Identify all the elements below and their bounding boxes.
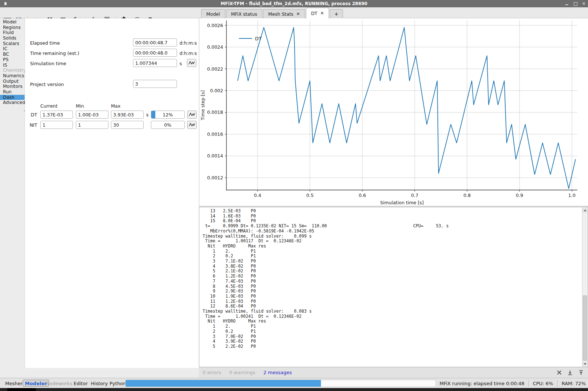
sidebar-item-scalars[interactable]: Scalars bbox=[0, 41, 25, 46]
time-remaining-label: Time remaining (est.) bbox=[30, 51, 79, 56]
dt-max-field[interactable]: 3.93E-03 bbox=[111, 111, 144, 119]
messages-count[interactable]: 2 messages bbox=[263, 370, 292, 375]
elapsed-time-label: Elapsed time bbox=[30, 40, 60, 46]
sidebar-item-is[interactable]: IS bbox=[0, 63, 25, 68]
svg-text:0.0012: 0.0012 bbox=[207, 175, 223, 180]
mode-nodeworks[interactable]: Nodeworks bbox=[46, 380, 72, 387]
sidebar-item-regions[interactable]: Regions bbox=[0, 25, 25, 30]
new-tab-button[interactable]: + bbox=[330, 9, 343, 18]
column-header-current: Current bbox=[40, 103, 58, 109]
column-header-min: Min bbox=[76, 103, 84, 109]
app-icon bbox=[4, 2, 7, 5]
sidebar-item-monitors[interactable]: Monitors bbox=[0, 84, 25, 89]
dt-row-label: DT bbox=[31, 112, 37, 118]
tab-model[interactable]: Model bbox=[201, 9, 225, 18]
dashboard-panel: Elapsed time 00:00:00:48.7 d:h:m:s Time … bbox=[25, 18, 199, 368]
bottom-strip-segment bbox=[7, 388, 36, 391]
cpu-usage: CPU: 6% bbox=[533, 381, 553, 386]
sidebar-item-fluid[interactable]: Fluid bbox=[0, 30, 25, 36]
sidebar-item-bc[interactable]: BC bbox=[0, 52, 25, 57]
mode-history[interactable]: History bbox=[91, 380, 108, 387]
sidebar-item-dash[interactable]: Dash bbox=[0, 95, 25, 100]
tab-label: Model bbox=[206, 11, 220, 17]
dt-percent-bar: 12% bbox=[151, 111, 185, 119]
svg-text:0.0022: 0.0022 bbox=[207, 66, 223, 72]
tab-dt[interactable]: DT✕ bbox=[306, 8, 329, 18]
svg-text:0.7: 0.7 bbox=[411, 193, 418, 198]
plot-nit-button[interactable] bbox=[187, 121, 197, 129]
svg-text:DT: DT bbox=[255, 36, 262, 41]
svg-text:0.0026: 0.0026 bbox=[207, 23, 223, 28]
close-button[interactable]: ✕ bbox=[582, 2, 586, 6]
plot-dt-button[interactable] bbox=[187, 111, 197, 119]
simulation-time-unit: s bbox=[180, 61, 182, 66]
clear-console-icon[interactable] bbox=[555, 370, 563, 375]
svg-text:0.0018: 0.0018 bbox=[207, 109, 223, 115]
dt-min-field[interactable]: 1.00E-03 bbox=[76, 111, 108, 119]
tab-close-icon[interactable]: ✕ bbox=[320, 11, 324, 16]
time-remaining-unit: d:h:m:s bbox=[180, 51, 197, 56]
run-progress-fill bbox=[126, 380, 321, 387]
nit-current-field[interactable]: 1 bbox=[40, 121, 73, 129]
elapsed-time-unit: d:h:m:s bbox=[180, 40, 197, 46]
scroll-down-icon[interactable] bbox=[583, 361, 587, 366]
project-version-label: Project version bbox=[30, 82, 64, 87]
mode-modeler[interactable]: Modeler bbox=[23, 380, 49, 387]
run-progress-bar bbox=[125, 380, 436, 387]
console-output: 13 2.5E-03 P0 14 1.6E-03 P0 15 8.0E-04 P… bbox=[203, 209, 449, 349]
svg-text:0.4: 0.4 bbox=[254, 193, 261, 198]
nit-max-field[interactable]: 30 bbox=[111, 121, 144, 129]
nit-row-label: NIT bbox=[30, 122, 37, 128]
sidebar-item-run[interactable]: Run bbox=[0, 89, 25, 95]
tab-label: MFiX status bbox=[231, 11, 257, 17]
scrollbar-thumb[interactable] bbox=[583, 295, 587, 361]
tab-close-icon[interactable]: ✕ bbox=[296, 11, 300, 16]
elapsed-time-field[interactable]: 00:00:00:48.7 bbox=[133, 38, 177, 46]
console-scrollbar[interactable] bbox=[582, 208, 587, 366]
tab-label: Mesh Stats bbox=[268, 11, 293, 17]
errors-count[interactable]: 0 errors bbox=[203, 370, 221, 375]
tab-mfix-status[interactable]: MFiX status bbox=[226, 9, 262, 18]
message-bar: 0 errors 0 warnings 2 messages bbox=[199, 367, 588, 378]
status-bar: Mesher Modeler Nodeworks Editor History … bbox=[0, 378, 588, 388]
svg-text:0.9: 0.9 bbox=[516, 193, 523, 198]
sidebar-item-model[interactable]: Model bbox=[0, 19, 25, 25]
ram-usage: RAM: 72% bbox=[562, 381, 586, 386]
bottom-strip bbox=[0, 388, 588, 391]
nit-percent-bar: 0% bbox=[151, 121, 185, 129]
sidebar-item-ic[interactable]: IC bbox=[0, 46, 25, 52]
svg-text:0.0016: 0.0016 bbox=[207, 131, 223, 137]
maximize-button[interactable] bbox=[573, 2, 577, 6]
statusbar-separator bbox=[557, 380, 558, 387]
plot-simulation-time-button[interactable] bbox=[187, 59, 196, 67]
svg-text:0.8: 0.8 bbox=[463, 193, 471, 198]
scroll-up-icon[interactable] bbox=[583, 208, 587, 213]
svg-text:0.6: 0.6 bbox=[359, 193, 366, 198]
sidebar-item-solids[interactable]: Solids bbox=[0, 36, 25, 41]
tab-mesh-stats[interactable]: Mesh Stats✕ bbox=[263, 9, 305, 18]
sidebar-item-advanced[interactable]: Advanced bbox=[0, 100, 25, 105]
scroll-to-bottom-icon[interactable] bbox=[566, 370, 574, 375]
svg-text:Simulation time [s]: Simulation time [s] bbox=[380, 200, 424, 205]
simulation-time-label: Simulation time bbox=[30, 61, 66, 66]
project-version-field[interactable]: 3 bbox=[133, 80, 177, 88]
time-remaining-field[interactable]: 00:00:00:48.0 bbox=[133, 49, 177, 57]
mode-editor[interactable]: Editor bbox=[74, 380, 88, 387]
warnings-count[interactable]: 0 warnings bbox=[229, 370, 255, 375]
dt-chart-panel: 0.40.50.60.70.80.91.00.00120.00140.00160… bbox=[199, 18, 588, 206]
statusbar-separator bbox=[528, 380, 529, 387]
sidebar-item-ps[interactable]: PS bbox=[0, 57, 25, 63]
dt-current-field[interactable]: 1.37E-03 bbox=[40, 111, 73, 119]
mode-mesher[interactable]: Mesher bbox=[5, 380, 23, 387]
svg-text:0.5: 0.5 bbox=[306, 193, 314, 198]
simulation-time-field[interactable]: 1.007344 bbox=[133, 59, 177, 67]
mode-python[interactable]: Python bbox=[110, 380, 126, 387]
sidebar-item-output[interactable]: Output bbox=[0, 79, 25, 84]
minimize-button[interactable] bbox=[565, 2, 569, 6]
sidebar-item-numerics[interactable]: Numerics bbox=[0, 73, 25, 79]
scroll-to-top-icon[interactable] bbox=[577, 370, 585, 375]
dt-unit: s bbox=[146, 112, 149, 118]
mfix-window: MFiX-TFM - fluid_bed_tfm_2d.mfx, RUNNING… bbox=[0, 0, 588, 391]
nit-min-field[interactable]: 1 bbox=[76, 121, 108, 129]
run-status-text: MFiX running: elapsed time 0:00:48 bbox=[440, 381, 525, 386]
